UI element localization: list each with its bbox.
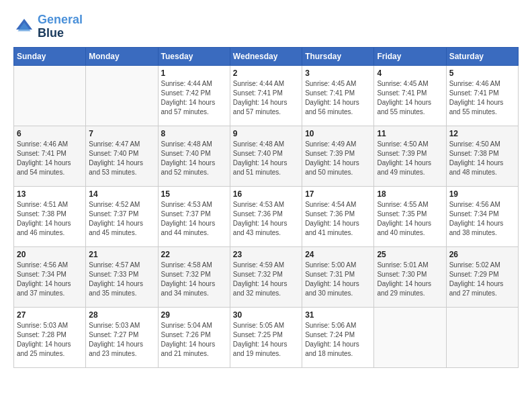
day-info: Sunrise: 4:56 AM Sunset: 7:34 PM Dayligh… [17,261,83,298]
calendar-body: 1Sunrise: 4:44 AM Sunset: 7:42 PM Daylig… [14,65,519,367]
day-info: Sunrise: 4:46 AM Sunset: 7:41 PM Dayligh… [17,140,83,177]
day-number: 24 [305,250,371,259]
day-number: 13 [17,189,83,199]
day-number: 18 [377,189,443,199]
day-cell: 28Sunrise: 5:03 AM Sunset: 7:27 PM Dayli… [86,307,158,367]
weekday-header-row: SundayMondayTuesdayWednesdayThursdayFrid… [14,47,519,65]
weekday-header-thursday: Thursday [302,47,374,65]
day-cell: 6Sunrise: 4:46 AM Sunset: 7:41 PM Daylig… [14,126,86,186]
day-cell: 3Sunrise: 4:45 AM Sunset: 7:41 PM Daylig… [302,65,374,126]
day-number: 27 [17,310,83,320]
day-number: 1 [161,68,227,78]
day-number: 15 [161,189,227,199]
day-info: Sunrise: 4:53 AM Sunset: 7:36 PM Dayligh… [233,200,299,238]
day-cell [14,65,86,126]
day-number: 7 [89,129,154,138]
day-info: Sunrise: 4:50 AM Sunset: 7:39 PM Dayligh… [377,140,443,177]
day-cell: 19Sunrise: 4:56 AM Sunset: 7:34 PM Dayli… [446,186,518,246]
day-info: Sunrise: 5:03 AM Sunset: 7:27 PM Dayligh… [89,321,154,359]
day-info: Sunrise: 4:56 AM Sunset: 7:34 PM Dayligh… [449,200,515,238]
day-cell: 27Sunrise: 5:03 AM Sunset: 7:28 PM Dayli… [14,307,86,367]
day-number: 14 [89,189,154,199]
day-number: 5 [449,68,515,78]
day-cell: 12Sunrise: 4:50 AM Sunset: 7:38 PM Dayli… [446,126,518,186]
day-info: Sunrise: 5:03 AM Sunset: 7:28 PM Dayligh… [17,321,83,359]
day-info: Sunrise: 4:51 AM Sunset: 7:38 PM Dayligh… [17,200,83,238]
day-info: Sunrise: 5:00 AM Sunset: 7:31 PM Dayligh… [305,261,371,298]
day-cell: 22Sunrise: 4:58 AM Sunset: 7:32 PM Dayli… [158,246,230,307]
day-cell: 11Sunrise: 4:50 AM Sunset: 7:39 PM Dayli… [374,126,446,186]
calendar-table: SundayMondayTuesdayWednesdayThursdayFrid… [13,47,519,368]
day-number: 16 [233,189,299,199]
day-cell: 9Sunrise: 4:48 AM Sunset: 7:40 PM Daylig… [230,126,302,186]
day-cell: 24Sunrise: 5:00 AM Sunset: 7:31 PM Dayli… [302,246,374,307]
day-info: Sunrise: 4:58 AM Sunset: 7:32 PM Dayligh… [161,261,227,298]
day-cell: 21Sunrise: 4:57 AM Sunset: 7:33 PM Dayli… [86,246,158,307]
day-number: 29 [161,310,227,320]
day-number: 8 [161,129,227,138]
day-cell: 16Sunrise: 4:53 AM Sunset: 7:36 PM Dayli… [230,186,302,246]
weekday-header-friday: Friday [374,47,446,65]
day-info: Sunrise: 5:05 AM Sunset: 7:25 PM Dayligh… [233,321,299,359]
weekday-header-tuesday: Tuesday [158,47,230,65]
week-row-2: 6Sunrise: 4:46 AM Sunset: 7:41 PM Daylig… [14,126,519,186]
weekday-header-saturday: Saturday [446,47,518,65]
weekday-header-sunday: Sunday [14,47,86,65]
day-cell: 29Sunrise: 5:04 AM Sunset: 7:26 PM Dayli… [158,307,230,367]
day-cell: 15Sunrise: 4:53 AM Sunset: 7:37 PM Dayli… [158,186,230,246]
day-info: Sunrise: 5:04 AM Sunset: 7:26 PM Dayligh… [161,321,227,359]
day-info: Sunrise: 4:46 AM Sunset: 7:41 PM Dayligh… [449,79,515,117]
weekday-header-wednesday: Wednesday [230,47,302,65]
day-cell [446,307,518,367]
day-number: 23 [233,250,299,259]
week-row-4: 20Sunrise: 4:56 AM Sunset: 7:34 PM Dayli… [14,246,519,307]
day-info: Sunrise: 4:47 AM Sunset: 7:40 PM Dayligh… [89,140,154,177]
day-cell: 23Sunrise: 4:59 AM Sunset: 7:32 PM Dayli… [230,246,302,307]
day-info: Sunrise: 4:53 AM Sunset: 7:37 PM Dayligh… [161,200,227,238]
week-row-3: 13Sunrise: 4:51 AM Sunset: 7:38 PM Dayli… [14,186,519,246]
weekday-header-monday: Monday [86,47,158,65]
day-cell: 25Sunrise: 5:01 AM Sunset: 7:30 PM Dayli… [374,246,446,307]
day-info: Sunrise: 5:02 AM Sunset: 7:29 PM Dayligh… [449,261,515,298]
day-cell: 10Sunrise: 4:49 AM Sunset: 7:39 PM Dayli… [302,126,374,186]
day-number: 30 [233,310,299,320]
day-cell: 26Sunrise: 5:02 AM Sunset: 7:29 PM Dayli… [446,246,518,307]
day-info: Sunrise: 4:44 AM Sunset: 7:41 PM Dayligh… [233,79,299,117]
day-info: Sunrise: 4:54 AM Sunset: 7:36 PM Dayligh… [305,200,371,238]
calendar-header: SundayMondayTuesdayWednesdayThursdayFrid… [14,47,519,65]
day-number: 6 [17,129,83,138]
day-info: Sunrise: 4:59 AM Sunset: 7:32 PM Dayligh… [233,261,299,298]
day-number: 22 [161,250,227,259]
day-info: Sunrise: 4:48 AM Sunset: 7:40 PM Dayligh… [161,140,227,177]
logo-icon [13,16,35,38]
page-header: General Blue [13,13,519,40]
day-number: 21 [89,250,154,259]
day-info: Sunrise: 4:52 AM Sunset: 7:37 PM Dayligh… [89,200,154,238]
day-cell: 17Sunrise: 4:54 AM Sunset: 7:36 PM Dayli… [302,186,374,246]
day-info: Sunrise: 4:49 AM Sunset: 7:39 PM Dayligh… [305,140,371,177]
day-cell: 2Sunrise: 4:44 AM Sunset: 7:41 PM Daylig… [230,65,302,126]
day-info: Sunrise: 4:44 AM Sunset: 7:42 PM Dayligh… [161,79,227,117]
day-number: 26 [449,250,515,259]
day-cell: 7Sunrise: 4:47 AM Sunset: 7:40 PM Daylig… [86,126,158,186]
day-cell: 18Sunrise: 4:55 AM Sunset: 7:35 PM Dayli… [374,186,446,246]
day-number: 12 [449,129,515,138]
week-row-1: 1Sunrise: 4:44 AM Sunset: 7:42 PM Daylig… [14,65,519,126]
day-cell: 20Sunrise: 4:56 AM Sunset: 7:34 PM Dayli… [14,246,86,307]
day-number: 31 [305,310,371,320]
day-info: Sunrise: 5:01 AM Sunset: 7:30 PM Dayligh… [377,261,443,298]
day-cell: 1Sunrise: 4:44 AM Sunset: 7:42 PM Daylig… [158,65,230,126]
day-info: Sunrise: 4:55 AM Sunset: 7:35 PM Dayligh… [377,200,443,238]
day-number: 11 [377,129,443,138]
day-cell [374,307,446,367]
week-row-5: 27Sunrise: 5:03 AM Sunset: 7:28 PM Dayli… [14,307,519,367]
day-info: Sunrise: 4:48 AM Sunset: 7:40 PM Dayligh… [233,140,299,177]
day-info: Sunrise: 5:06 AM Sunset: 7:24 PM Dayligh… [305,321,371,359]
day-number: 4 [377,68,443,78]
day-number: 17 [305,189,371,199]
day-cell: 14Sunrise: 4:52 AM Sunset: 7:37 PM Dayli… [86,186,158,246]
day-cell: 30Sunrise: 5:05 AM Sunset: 7:25 PM Dayli… [230,307,302,367]
logo-text: General Blue [38,13,83,40]
day-cell: 31Sunrise: 5:06 AM Sunset: 7:24 PM Dayli… [302,307,374,367]
day-cell: 8Sunrise: 4:48 AM Sunset: 7:40 PM Daylig… [158,126,230,186]
